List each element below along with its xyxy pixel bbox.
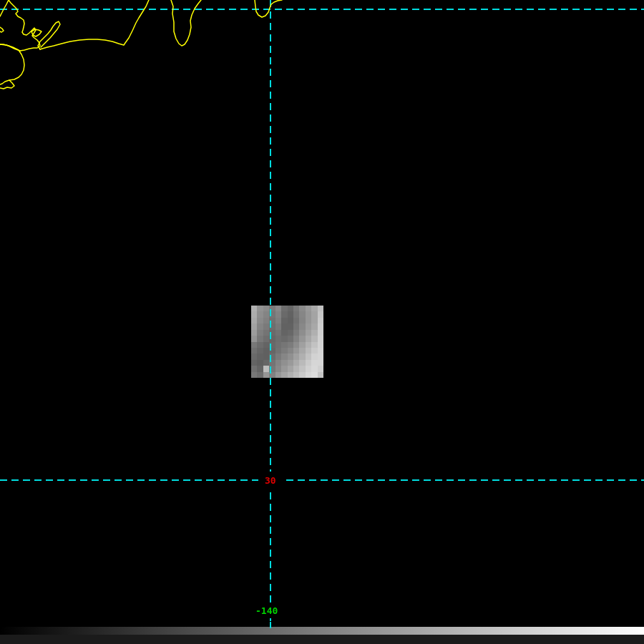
coastline-path-8 — [255, 0, 282, 17]
coastline-path-9 — [171, 0, 201, 46]
brightness-scale-bar — [0, 627, 644, 635]
satellite-image-patch — [251, 306, 323, 378]
coastline-path-1 — [38, 21, 60, 49]
coastline-path-0 — [40, 0, 149, 49]
coastline-path-4 — [0, 44, 20, 51]
coastline-path-6 — [0, 80, 14, 89]
status-bar: 1 0001 NOAA-15 4 18 OCT 12292 185025 058… — [0, 635, 644, 644]
mcidas-image-display[interactable]: 1 0001 NOAA-15 4 18 OCT 12292 185025 058… — [0, 0, 644, 644]
coastline-path-7 — [0, 27, 4, 32]
longitude-label: -140 — [255, 605, 278, 616]
longitude-label-backing — [253, 603, 281, 618]
coastline-path-2 — [31, 29, 42, 36]
latitude-label: 30 — [265, 475, 276, 486]
latitude-label-backing — [258, 472, 284, 489]
coastline-path-3 — [0, 0, 40, 51]
coastline-path-5 — [0, 44, 24, 84]
